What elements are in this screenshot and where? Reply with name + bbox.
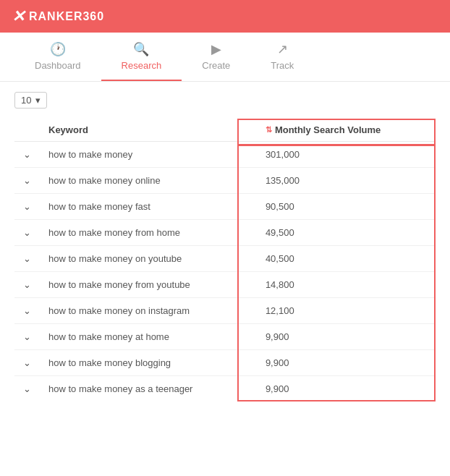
per-page-value: 10	[21, 95, 31, 106]
nav-item-dashboard[interactable]: 🕐 Dashboard	[14, 33, 101, 81]
logo-x-icon: ✕	[12, 7, 25, 26]
volume-cell: 301,000	[257, 142, 436, 168]
track-icon: ↗	[277, 41, 288, 57]
table-row: ⌄how to make money from youtube14,800	[14, 272, 436, 298]
row-expand-icon[interactable]: ⌄	[14, 220, 40, 246]
main-nav: 🕐 Dashboard 🔍 Research ▶ Create ↗ Track	[0, 33, 450, 82]
main-content: 10 ▾ Keyword ⇅ Monthly Search Volume	[0, 82, 450, 412]
table-row: ⌄how to make money on youtube40,500	[14, 246, 436, 272]
keyword-cell: how to make money on youtube	[40, 246, 257, 272]
results-table-wrapper: Keyword ⇅ Monthly Search Volume ⌄how to …	[14, 119, 436, 401]
table-row: ⌄how to make money fast90,500	[14, 194, 436, 220]
per-page-dropdown[interactable]: 10 ▾	[14, 92, 47, 109]
table-row: ⌄how to make money online135,000	[14, 168, 436, 194]
nav-label-dashboard: Dashboard	[35, 60, 81, 71]
keyword-cell: how to make money from youtube	[40, 272, 257, 298]
row-expand-icon[interactable]: ⌄	[14, 246, 40, 272]
dashboard-icon: 🕐	[50, 41, 66, 57]
volume-cell: 90,500	[257, 194, 436, 220]
keyword-cell: how to make money from home	[40, 220, 257, 246]
row-expand-icon[interactable]: ⌄	[14, 272, 40, 298]
table-row: ⌄how to make money blogging9,900	[14, 350, 436, 376]
nav-item-create[interactable]: ▶ Create	[182, 33, 250, 81]
expand-col-header	[14, 119, 40, 142]
logo-text: RANKER360	[29, 10, 104, 23]
volume-cell: 49,500	[257, 220, 436, 246]
table-row: ⌄how to make money on instagram12,100	[14, 298, 436, 324]
nav-label-track: Track	[271, 60, 294, 71]
logo: ✕ RANKER360	[12, 7, 104, 26]
research-icon: 🔍	[133, 41, 149, 57]
app-header: ✕ RANKER360	[0, 0, 450, 33]
keyword-col-header: Keyword	[40, 119, 257, 142]
keyword-cell: how to make money fast	[40, 194, 257, 220]
table-row: ⌄how to make money301,000	[14, 142, 436, 168]
sort-icon[interactable]: ⇅	[266, 125, 272, 135]
nav-item-research[interactable]: 🔍 Research	[101, 33, 182, 81]
table-row: ⌄how to make money at home9,900	[14, 324, 436, 350]
keyword-cell: how to make money blogging	[40, 350, 257, 376]
results-table: Keyword ⇅ Monthly Search Volume ⌄how to …	[14, 119, 436, 401]
keyword-cell: how to make money at home	[40, 324, 257, 350]
table-row: ⌄how to make money from home49,500	[14, 220, 436, 246]
nav-label-research: Research	[122, 60, 162, 71]
keyword-cell: how to make money on instagram	[40, 298, 257, 324]
nav-label-create: Create	[202, 60, 230, 71]
volume-header-inner: ⇅ Monthly Search Volume	[266, 124, 427, 135]
volume-cell: 40,500	[257, 246, 436, 272]
dropdown-chevron-icon: ▾	[35, 95, 41, 106]
volume-cell: 135,000	[257, 168, 436, 194]
volume-cell: 9,900	[257, 324, 436, 350]
volume-cell: 12,100	[257, 298, 436, 324]
table-row: ⌄how to make money as a teenager9,900	[14, 376, 436, 402]
nav-item-track[interactable]: ↗ Track	[250, 33, 314, 81]
row-expand-icon[interactable]: ⌄	[14, 142, 40, 168]
volume-col-header: ⇅ Monthly Search Volume	[257, 119, 436, 142]
volume-cell: 9,900	[257, 350, 436, 376]
volume-cell: 9,900	[257, 376, 436, 402]
create-icon: ▶	[211, 41, 221, 57]
volume-cell: 14,800	[257, 272, 436, 298]
row-expand-icon[interactable]: ⌄	[14, 350, 40, 376]
row-expand-icon[interactable]: ⌄	[14, 168, 40, 194]
keyword-cell: how to make money as a teenager	[40, 376, 257, 402]
row-expand-icon[interactable]: ⌄	[14, 376, 40, 402]
row-expand-icon[interactable]: ⌄	[14, 324, 40, 350]
keyword-cell: how to make money	[40, 142, 257, 168]
keyword-cell: how to make money online	[40, 168, 257, 194]
row-expand-icon[interactable]: ⌄	[14, 298, 40, 324]
volume-col-label: Monthly Search Volume	[275, 124, 381, 135]
row-expand-icon[interactable]: ⌄	[14, 194, 40, 220]
